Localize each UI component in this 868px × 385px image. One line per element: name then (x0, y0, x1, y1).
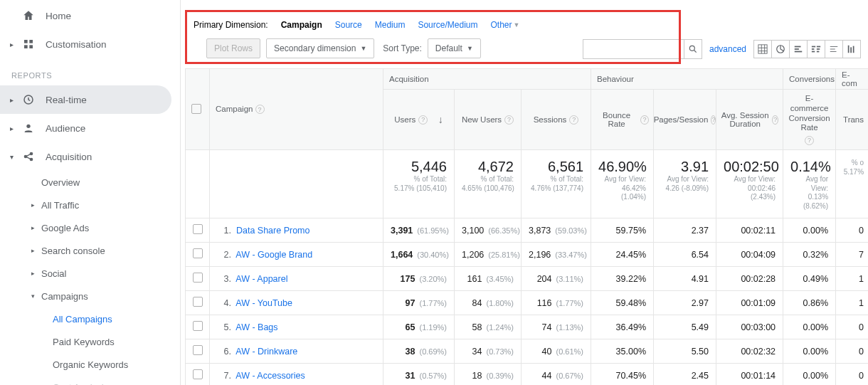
advanced-link[interactable]: advanced (709, 44, 746, 54)
dim-tab-source[interactable]: Source (335, 20, 362, 30)
col-duration[interactable]: Avg. Session Duration ? (716, 90, 783, 150)
nav-audience[interactable]: ▸ Audience (0, 114, 180, 142)
campaign-cell: 2. AW - Google Brand (210, 243, 383, 267)
dim-tab-other[interactable]: Other▼ (490, 20, 519, 30)
svg-rect-12 (795, 46, 801, 48)
campaign-link[interactable]: AW - Drinkware (235, 347, 297, 357)
nav-all-traffic[interactable]: ▸All Traffic (0, 194, 180, 216)
svg-rect-1 (29, 40, 33, 43)
row-checkbox[interactable] (186, 291, 210, 315)
nav-overview[interactable]: Overview (0, 171, 180, 194)
col-trans[interactable]: Trans (836, 90, 868, 150)
svg-rect-20 (817, 51, 820, 53)
help-icon[interactable]: ? (640, 115, 649, 125)
search-button[interactable] (684, 39, 702, 59)
help-icon[interactable]: ? (711, 115, 716, 125)
secondary-dimension-button[interactable]: Secondary dimension▼ (266, 38, 374, 58)
svg-rect-19 (812, 51, 815, 53)
view-comparison-icon[interactable] (807, 40, 825, 58)
caret-right-icon: ▸ (6, 125, 17, 132)
nav-label: Organic Keywords (41, 359, 128, 370)
help-icon[interactable]: ? (569, 115, 578, 125)
nav-acquisition[interactable]: ▾ Acquisition (0, 142, 180, 171)
dim-tab-source-medium[interactable]: Source/Medium (418, 20, 477, 30)
col-bounce[interactable]: Bounce Rate ? (591, 90, 654, 150)
dim-tab-campaign[interactable]: Campaign (281, 20, 322, 30)
nav-label: Home (46, 11, 71, 21)
home-icon (21, 9, 36, 23)
col-users[interactable]: Users ? ↓ (383, 90, 455, 150)
nav-label: Customisation (46, 39, 107, 50)
colgroup-conversions: Conversions (783, 69, 836, 90)
col-pps[interactable]: Pages/Session ? (654, 90, 716, 150)
help-icon[interactable]: ? (805, 136, 814, 145)
view-table-icon[interactable] (753, 40, 772, 58)
help-icon[interactable]: ? (255, 105, 265, 114)
svg-rect-10 (758, 45, 767, 53)
table-row: 3. AW - Apparel175(3.20%)161(3.45%)204(3… (186, 267, 869, 291)
summary-row: 5,446% of Total:5.17% (105,410) 4,672% o… (186, 150, 869, 218)
campaign-link[interactable]: AW - Google Brand (235, 250, 312, 260)
col-conv-rate[interactable]: E-commerce Conversion Rate? (783, 90, 836, 150)
nav-social[interactable]: ▸Social (0, 262, 180, 285)
nav-organic-keywords[interactable]: Organic Keywords (0, 353, 180, 376)
caret-right-icon: ▸ (6, 96, 17, 104)
help-icon[interactable]: ? (504, 115, 514, 125)
sort-type-label: Sort Type: (383, 43, 421, 53)
nav-realtime[interactable]: ▸ Real-time (0, 85, 171, 114)
nav-paid-keywords[interactable]: Paid Keywords (0, 330, 180, 353)
campaign-link[interactable]: Data Share Promo (236, 226, 310, 236)
svg-rect-2 (24, 45, 28, 48)
campaign-link[interactable]: AW - Accessories (235, 371, 305, 381)
person-icon (21, 121, 36, 135)
nav-all-campaigns[interactable]: All Campaigns (0, 307, 180, 330)
nav-label: Google Ads (41, 223, 89, 233)
row-checkbox[interactable] (186, 243, 210, 267)
row-checkbox[interactable] (186, 218, 210, 243)
caret-right-icon: ▸ (31, 224, 40, 231)
nav-label: Paid Keywords (41, 337, 115, 347)
nav-google-ads[interactable]: ▸Google Ads (0, 216, 180, 239)
view-bar-icon[interactable] (789, 40, 808, 58)
nav-label: Audience (46, 123, 85, 134)
help-icon[interactable]: ? (418, 115, 428, 125)
svg-rect-23 (853, 46, 854, 53)
col-sessions[interactable]: Sessions ? (522, 90, 591, 150)
help-icon[interactable]: ? (772, 115, 778, 125)
campaign-link[interactable]: AW - Bags (235, 322, 277, 332)
view-mode-buttons (753, 40, 861, 58)
row-checkbox[interactable] (186, 364, 210, 385)
nav-search-console[interactable]: ▸Search console (0, 239, 180, 262)
svg-point-9 (689, 46, 694, 51)
colgroup-acquisition: Acquisition (383, 69, 591, 90)
nav-cost-analysis[interactable]: Cost Analysis (0, 376, 180, 385)
svg-rect-13 (795, 48, 799, 50)
sort-type-select[interactable]: Default▼ (428, 38, 481, 58)
dim-tab-medium[interactable]: Medium (375, 20, 406, 30)
svg-rect-15 (812, 46, 815, 48)
campaign-link[interactable]: AW - Apparel (235, 274, 287, 284)
plot-rows-button: Plot Rows (206, 38, 260, 58)
col-campaign[interactable]: Campaign ? (210, 69, 383, 150)
caret-right-icon: ▸ (31, 247, 40, 254)
nav-campaigns[interactable]: ▾Campaigns (0, 285, 180, 307)
svg-rect-17 (812, 48, 815, 50)
search-input[interactable] (583, 39, 684, 59)
nav-customisation[interactable]: ▸ Customisation (0, 30, 180, 58)
main-content: Primary Dimension: Campaign Source Mediu… (181, 0, 868, 385)
row-checkbox[interactable] (186, 267, 210, 291)
nav-label: All Traffic (41, 200, 79, 211)
view-cloud-icon[interactable] (825, 40, 843, 58)
view-pie-icon[interactable] (771, 40, 790, 58)
campaign-cell: 5. AW - Bags (210, 315, 383, 339)
row-checkbox[interactable] (186, 339, 210, 364)
nav-home[interactable]: Home (0, 1, 180, 30)
view-pivot-icon[interactable] (842, 40, 861, 58)
col-new-users[interactable]: New Users ? (455, 90, 522, 150)
campaign-cell: 6. AW - Drinkware (210, 339, 383, 364)
table-row: 4. AW - YouTube97(1.77%)84(1.80%)116(1.7… (186, 291, 869, 315)
row-checkbox[interactable] (186, 315, 210, 339)
chevron-down-icon: ▼ (360, 45, 366, 52)
select-all-header[interactable] (186, 69, 210, 150)
campaign-link[interactable]: AW - YouTube (235, 298, 292, 308)
